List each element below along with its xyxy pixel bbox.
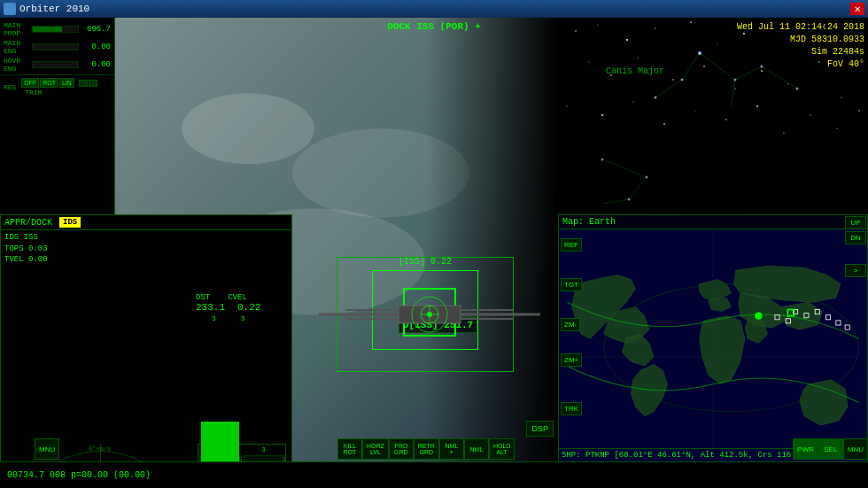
- cvel-value: 0.22: [237, 302, 260, 313]
- nml-plus-button[interactable]: NML +: [439, 438, 464, 460]
- hold-alt-button[interactable]: HOLD ALT: [489, 438, 515, 460]
- svg-point-49: [628, 198, 631, 201]
- svg-point-4: [690, 21, 692, 23]
- ids-badge: IDS: [59, 217, 81, 228]
- map-dn-button[interactable]: DN: [845, 231, 866, 244]
- map-title: Map: Earth: [559, 215, 867, 229]
- trim-label: TRIM: [25, 89, 42, 97]
- canis-major-label: Canis Major: [606, 66, 664, 76]
- svg-point-25: [695, 111, 696, 112]
- dst-unit: 3: [212, 314, 216, 322]
- svg-line-37: [731, 80, 735, 106]
- svg-point-13: [638, 58, 639, 58]
- map-right-buttons: UP DN >: [843, 214, 868, 279]
- tvel: TVEL 0.00: [4, 254, 288, 266]
- svg-point-47: [601, 159, 604, 161]
- svg-point-26: [725, 119, 726, 120]
- map-trk-button[interactable]: TRK: [561, 402, 582, 415]
- svg-point-16: [734, 88, 735, 89]
- status-bar: 00734.7 008 p=00.00 (00.00): [0, 461, 868, 488]
- cvel-unit: 3: [241, 314, 245, 322]
- rcs-off-button[interactable]: OFF: [21, 78, 39, 88]
- retr-grd-button[interactable]: RETR GRD: [414, 438, 439, 460]
- svg-line-46: [602, 199, 629, 204]
- main-eng-label: MAINENG: [4, 39, 30, 55]
- rcs-controls: RCS OFF ROT LIN TRIM: [0, 74, 114, 99]
- rcs-rot-button[interactable]: ROT: [40, 78, 58, 88]
- map-zm-plus-button[interactable]: ZM+: [561, 353, 582, 367]
- mnu-right-button[interactable]: MNU: [843, 438, 868, 460]
- appr-info: IDS ISS TOPS 0.03 TVEL 0.00: [1, 230, 291, 267]
- window-title: Orbiter 2010: [19, 4, 850, 14]
- sim-time: Sim 22484s: [737, 46, 864, 58]
- hovr-eng-value: 0.00: [81, 60, 111, 69]
- mnu-left-button[interactable]: MNU: [35, 438, 59, 460]
- svg-point-24: [663, 123, 665, 125]
- rcs-row: RCS OFF ROT LIN TRIM: [4, 78, 111, 97]
- rcs-lin-button[interactable]: LIN: [59, 78, 74, 88]
- svg-point-42: [681, 79, 684, 81]
- svg-point-20: [841, 97, 841, 97]
- dock-label: DOCK ISS (POR) +: [387, 21, 481, 32]
- hovr-eng-row: HOVRENG 0.00: [4, 57, 111, 73]
- svg-point-27: [756, 105, 758, 107]
- fuel-gauges: MAINPROP 696.7 MAINENG 0.00 HOVRENG: [0, 18, 114, 73]
- main-prop-row: MAINPROP 696.7: [4, 21, 111, 37]
- svg-line-36: [655, 80, 682, 97]
- rcs-label: RCS: [4, 83, 21, 91]
- title-bar: Orbiter 2010 ✕: [0, 0, 868, 18]
- svg-point-2: [626, 39, 628, 41]
- pwr-button[interactable]: PWR: [793, 438, 818, 460]
- close-button[interactable]: ✕: [850, 3, 864, 15]
- dst-value: 233.1: [196, 302, 225, 313]
- svg-point-1: [597, 24, 598, 25]
- hovr-eng-bar: [32, 61, 79, 68]
- svg-point-22: [601, 114, 603, 116]
- datetime-display: Wed Jul 11 02:14:24 2018 MJD 58310.0933 …: [737, 21, 864, 71]
- main-eng-value: 0.00: [81, 43, 111, 51]
- svg-point-18: [788, 84, 789, 85]
- mjd: MJD 58310.0933: [737, 34, 864, 46]
- pro-grd-button[interactable]: PRO GRD: [389, 438, 414, 460]
- tops: TOPS 0.03: [4, 244, 288, 255]
- svg-line-32: [700, 53, 735, 80]
- svg-point-39: [734, 79, 737, 81]
- svg-point-29: [810, 114, 811, 116]
- simulation-area: MAINPROP 696.7 MAINENG 0.00 HOVRENG: [0, 18, 868, 488]
- nml-button[interactable]: NML: [464, 438, 489, 460]
- svg-point-28: [783, 132, 784, 133]
- map-gt-button[interactable]: >: [845, 264, 866, 277]
- horz-lvl-button[interactable]: HORZ LVL: [362, 438, 389, 460]
- dst-header: DST: [196, 293, 210, 302]
- status-coords: 00734.7 008 p=00.00 (00.00): [0, 470, 158, 480]
- cvel-header: CVEL: [228, 293, 247, 302]
- map-tgt-button[interactable]: TGT: [561, 278, 582, 291]
- ids-iss: IDS ISS: [4, 232, 288, 244]
- appr-title: APPR/DOCK: [4, 218, 52, 228]
- main-eng-row: MAINENG 0.00: [4, 39, 111, 55]
- bottom-toolbar: MNU KILL ROT HORZ LVL PRO GRD RETR GRD N…: [31, 437, 868, 461]
- main-prop-label: MAINPROP: [4, 21, 30, 37]
- main-eng-bar: [32, 43, 79, 50]
- svg-point-14: [672, 79, 673, 80]
- svg-point-30: [837, 128, 838, 129]
- svg-point-31: [858, 110, 859, 111]
- svg-point-11: [588, 61, 589, 62]
- svg-point-48: [646, 176, 648, 179]
- sel-button[interactable]: SEL: [818, 438, 843, 460]
- map-up-button[interactable]: UP: [845, 216, 866, 229]
- svg-point-0: [575, 30, 577, 32]
- svg-point-43: [655, 97, 657, 99]
- main-prop-value: 696.7: [81, 25, 111, 34]
- map-zm-minus-button[interactable]: ZM-: [561, 318, 580, 331]
- svg-point-15: [703, 66, 705, 67]
- svg-point-21: [566, 105, 567, 106]
- app-icon: [4, 3, 16, 15]
- appr-header: APPR/DOCK IDS: [1, 215, 291, 230]
- map-ref-button[interactable]: REF: [561, 238, 582, 252]
- fov: FoV 40°: [737, 58, 864, 71]
- dsp-button[interactable]: DSP: [526, 421, 554, 437]
- svg-line-45: [629, 177, 647, 199]
- kill-rot-button[interactable]: KILL ROT: [337, 438, 362, 460]
- svg-point-41: [796, 88, 799, 90]
